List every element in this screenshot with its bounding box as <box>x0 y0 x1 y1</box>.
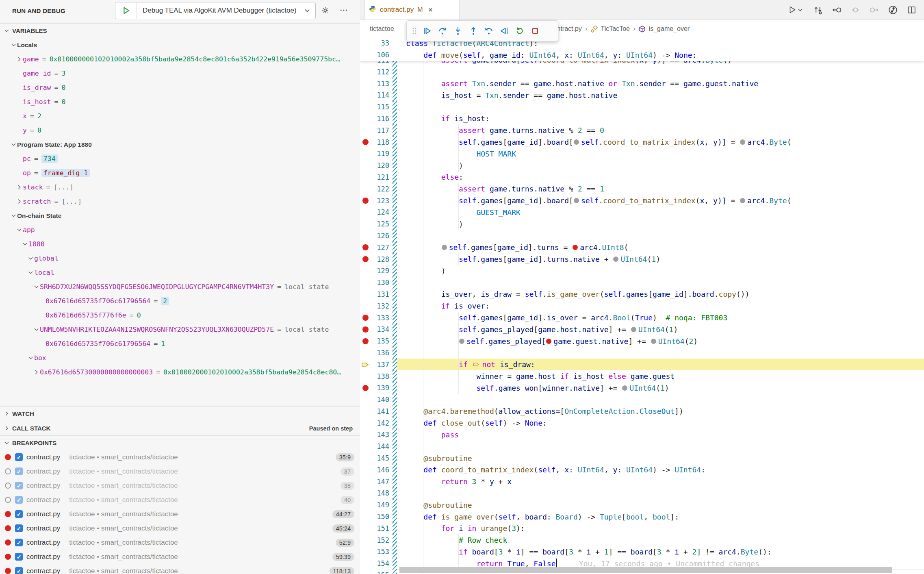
variable-row[interactable]: app <box>0 223 360 237</box>
code-line[interactable]: 123self.games[game_id].board[self.coord_… <box>360 195 924 207</box>
code-line[interactable]: 128self.games[game_id].turns.native + UI… <box>360 253 924 265</box>
inline-breakpoint-gray-icon[interactable] <box>740 139 745 145</box>
breakpoints-section-header[interactable]: BREAKPOINTS <box>0 435 360 450</box>
code-line[interactable]: 132if is_over: <box>360 300 924 312</box>
source-control-graph-icon[interactable] <box>887 4 899 16</box>
code-line-body[interactable]: pass <box>397 429 924 441</box>
code-editor[interactable]: 33class TicTacToe(ARC4Contract):106def m… <box>360 37 924 574</box>
variables-section-header[interactable]: VARIABLES <box>0 23 360 38</box>
inline-breakpoint-gray-icon[interactable] <box>442 245 447 250</box>
settings-gear-icon[interactable] <box>319 4 332 16</box>
breakpoint-row[interactable]: ✓contract.pytictactoe • smart_contracts/… <box>0 507 360 521</box>
code-line-body[interactable]: def close_out(self) -> None: <box>397 417 924 429</box>
code-line-body[interactable]: is_host = Txn.sender == game.host.native <box>397 89 924 101</box>
start-debug-button[interactable] <box>115 2 137 19</box>
inline-breakpoint-gray-icon[interactable] <box>740 198 745 203</box>
code-line[interactable]: 133self.games[game_id].is_over = arc4.Bo… <box>360 312 924 324</box>
code-line[interactable]: 145@subroutine <box>360 452 924 464</box>
code-line[interactable]: 144 <box>360 441 924 452</box>
code-line-body[interactable]: @subroutine <box>397 499 924 511</box>
breakpoint-gutter[interactable] <box>360 385 371 391</box>
step-back-button[interactable] <box>481 23 497 39</box>
variable-row[interactable]: x=2 <box>0 109 360 123</box>
code-line[interactable]: 140 <box>360 394 924 406</box>
breakpoint-checkbox[interactable]: ✓ <box>15 553 23 561</box>
variable-row[interactable]: 0x67616d65730000000000000003=0x010002000… <box>0 365 360 379</box>
variable-row[interactable]: 0x67616d65735f706c61796564=1 <box>0 337 360 351</box>
code-line[interactable]: 113assert Txn.sender == game.host.native… <box>360 78 924 89</box>
breakpoint-checkbox[interactable]: ✓ <box>15 496 23 504</box>
inline-breakpoint-gray-icon[interactable] <box>622 385 627 391</box>
breakpoint-dot-icon[interactable] <box>362 326 369 333</box>
code-line-body[interactable] <box>397 441 924 452</box>
code-line[interactable]: 138winner = game.host if is_host else ga… <box>360 370 924 382</box>
code-line[interactable]: 130 <box>360 277 924 289</box>
code-line-body[interactable] <box>397 277 924 289</box>
code-line[interactable]: 141@arc4.baremethod(allow_actions=[OnCom… <box>360 406 924 417</box>
variable-row[interactable]: box <box>0 351 360 365</box>
inline-breakpoint-red-icon[interactable] <box>573 245 578 250</box>
variables-group-row[interactable]: Program State: App 1880 <box>0 137 360 152</box>
code-line[interactable]: 151for i in urange(3): <box>360 522 924 534</box>
code-line-body[interactable]: def is_game_over(self, board: Board) -> … <box>397 511 924 523</box>
code-line[interactable]: 115 <box>360 101 924 113</box>
breadcrumb-class[interactable]: TicTacToe <box>601 25 630 33</box>
variable-row[interactable]: UNML6W5NVHRIKTEOZAA4NI2SWQROSGNFNY2QS523… <box>0 322 360 337</box>
inline-breakpoint-gray-icon[interactable] <box>574 198 579 203</box>
split-editor-icon[interactable] <box>905 4 917 16</box>
code-line[interactable]: 118self.games[game_id].board[self.coord_… <box>360 136 924 148</box>
breakpoint-row[interactable]: ✓contract.pytictactoe • smart_contracts/… <box>0 478 360 493</box>
code-line-body[interactable]: def move(self, game_id: UInt64, x: UInt6… <box>397 49 924 61</box>
variable-row[interactable]: global <box>0 251 360 265</box>
code-line-body[interactable]: GUEST_MARK <box>397 207 924 218</box>
code-line[interactable]: 131is_over, is_draw = self.is_game_over(… <box>360 289 924 300</box>
code-line[interactable]: 119HOST_MARK <box>360 148 924 160</box>
code-line[interactable]: 150def is_game_over(self, board: Board) … <box>360 511 924 523</box>
code-line-body[interactable]: assert game.turns.native % 2 == 0 <box>397 124 924 136</box>
breakpoint-checkbox[interactable]: ✓ <box>15 453 23 461</box>
variable-row[interactable]: local <box>0 265 360 280</box>
breakpoint-gutter[interactable] <box>360 338 371 344</box>
code-line[interactable]: 127self.games[game_id].turns = arc4.UInt… <box>360 241 924 253</box>
variable-row[interactable]: op=frame_dig 1 <box>0 166 360 180</box>
code-line[interactable]: 135self.games_played[game.guest.native] … <box>360 335 924 347</box>
code-line-body[interactable]: def coord_to_matrix_index(self, x: UInt6… <box>397 464 924 476</box>
step-into-button[interactable] <box>450 23 466 39</box>
breakpoint-checkbox[interactable]: ✓ <box>15 510 23 518</box>
code-line[interactable]: 120) <box>360 160 924 172</box>
breakpoint-row[interactable]: ✓contract.pytictactoe • smart_contracts/… <box>0 464 360 478</box>
breakpoint-checkbox[interactable]: ✓ <box>15 524 23 532</box>
breakpoint-gutter[interactable] <box>360 326 371 333</box>
inline-breakpoint-gray-icon[interactable] <box>613 257 618 262</box>
close-tab-icon[interactable]: × <box>428 6 433 14</box>
inline-breakpoint-red-icon[interactable] <box>546 339 551 344</box>
breakpoint-checkbox[interactable]: ✓ <box>15 482 23 489</box>
breakpoint-gutter[interactable] <box>360 244 371 250</box>
code-line[interactable]: 136 <box>360 347 924 359</box>
code-line[interactable]: 139self.games_won[winner.native] += UInt… <box>360 382 924 394</box>
inline-breakpoint-gray-icon[interactable] <box>651 339 656 344</box>
code-line-body[interactable]: assert game.turns.native % 2 == 1 <box>397 183 924 195</box>
variable-row[interactable]: is_draw=0 <box>0 80 360 95</box>
breakpoint-checkbox[interactable]: ✓ <box>15 567 23 574</box>
variable-row[interactable]: is_host=0 <box>0 95 360 109</box>
code-line-body[interactable] <box>397 394 924 406</box>
variable-row[interactable]: 1880 <box>0 237 360 251</box>
breakpoint-dot-icon[interactable] <box>362 315 369 321</box>
previous-change-icon[interactable] <box>831 4 843 16</box>
code-line[interactable]: 125) <box>360 218 924 230</box>
variable-row[interactable]: game_id=3 <box>0 66 360 80</box>
breadcrumb-folder[interactable]: tictactoe <box>370 25 394 33</box>
breakpoint-row[interactable]: ✓contract.pytictactoe • smart_contracts/… <box>0 493 360 507</box>
breakpoint-dot-icon[interactable] <box>362 139 369 145</box>
code-line[interactable]: 134self.games_played[game.host.native] +… <box>360 324 924 335</box>
step-over-button[interactable] <box>435 23 450 39</box>
breakpoint-row[interactable]: ✓contract.pytictactoe • smart_contracts/… <box>0 550 360 564</box>
code-line[interactable]: 149@subroutine <box>360 499 924 511</box>
inline-breakpoint-gray-icon[interactable] <box>574 139 579 145</box>
horizontal-scrollbar[interactable] <box>399 567 892 573</box>
code-line[interactable]: 121else: <box>360 172 924 183</box>
code-line[interactable]: 129) <box>360 265 924 277</box>
code-line[interactable]: 142def close_out(self) -> None: <box>360 417 924 429</box>
variable-row[interactable]: scratch=[...] <box>0 194 360 209</box>
